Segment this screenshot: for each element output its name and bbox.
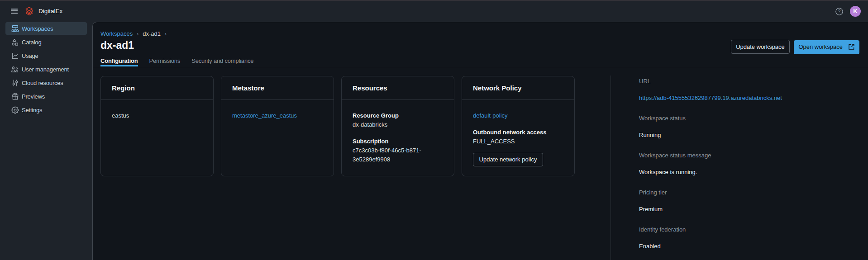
svg-text:?: ?: [838, 9, 841, 14]
